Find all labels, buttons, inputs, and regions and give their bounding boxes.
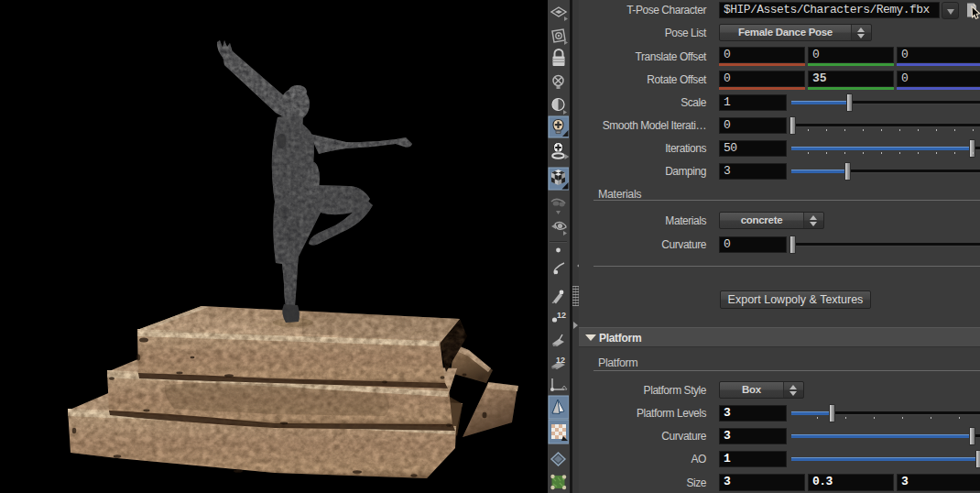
svg-text:12: 12 (556, 356, 565, 365)
svg-text:12: 12 (557, 311, 566, 320)
